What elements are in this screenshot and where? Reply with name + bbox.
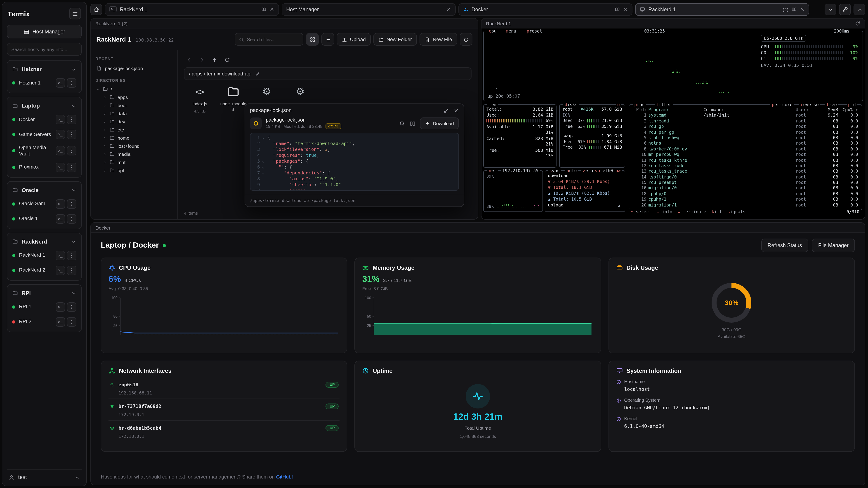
process-row[interactable]: 19cpuhp/1root0B0.0	[630, 197, 861, 202]
tabbar-expand-button[interactable]	[854, 3, 865, 15]
expand-icon[interactable]	[443, 107, 449, 113]
host-item[interactable]: Oracle Sam>_⋮	[9, 196, 79, 211]
host-item[interactable]: RackNerd 2>_⋮	[9, 263, 79, 278]
process-row[interactable]: 2kthreaddroot0B0.0	[630, 119, 861, 124]
refresh-status-button[interactable]: Refresh Status	[761, 238, 808, 252]
host-terminal-button[interactable]: >_	[56, 78, 65, 88]
process-row[interactable]: 13rcu_tasks_traceroot0B0.0	[630, 169, 861, 174]
tree-item[interactable]: ›data	[102, 109, 173, 118]
new-file-button[interactable]: New File	[420, 33, 457, 46]
host-item[interactable]: Open Media Vault>_⋮	[9, 142, 79, 160]
recent-item[interactable]: package-lock.json	[95, 63, 173, 75]
host-search-input[interactable]	[7, 43, 82, 56]
tab-docker[interactable]: Docker	[458, 3, 632, 15]
host-item[interactable]: Oracle 1>_⋮	[9, 211, 79, 226]
host-menu-button[interactable]: ⋮	[67, 265, 76, 275]
process-row[interactable]: 8kworker/0:0H-evroot0B0.0	[630, 146, 861, 152]
host-terminal-button[interactable]: >_	[56, 302, 65, 312]
host-menu-button[interactable]: ⋮	[67, 130, 76, 139]
host-group-header[interactable]: RPI	[9, 287, 79, 299]
tabbar-tools-button[interactable]	[839, 3, 851, 15]
host-group-header[interactable]: Laptop	[9, 99, 79, 112]
host-terminal-button[interactable]: >_	[56, 214, 65, 223]
refresh-files-button[interactable]	[460, 33, 472, 46]
preview-view-icon[interactable]	[410, 119, 416, 127]
list-view-button[interactable]	[321, 33, 334, 46]
host-terminal-button[interactable]: >_	[56, 251, 65, 260]
terminal-sync-button[interactable]	[855, 20, 860, 27]
tab-split-button[interactable]	[615, 7, 620, 12]
tree-item[interactable]: ›dev	[102, 118, 173, 126]
process-row[interactable]: 6netnsroot0B0.0	[630, 141, 861, 147]
process-row[interactable]: 16migration/0root0B0.0	[630, 186, 861, 191]
terminal-screen[interactable]: cpu menu preset 03:31:25 2000ms E5-2680 …	[482, 29, 865, 219]
host-menu-button[interactable]: ⋮	[67, 162, 76, 172]
github-link[interactable]: GitHub!	[276, 474, 293, 480]
process-row[interactable]: 3rcu_gproot0B0.0	[630, 124, 861, 129]
process-row[interactable]: 12rcu_tasks_rude_root0B0.0	[630, 163, 861, 169]
tree-item[interactable]: ›home	[102, 134, 173, 142]
process-row[interactable]: 15rcu_preemptroot0B0.0	[630, 180, 861, 186]
process-row[interactable]: 14ksoftirqd/0root0B0.0	[630, 174, 861, 180]
grid-view-button[interactable]	[306, 33, 319, 46]
user-menu[interactable]: test	[7, 469, 82, 481]
tree-item[interactable]: ›etc	[102, 126, 173, 134]
host-terminal-button[interactable]: >_	[56, 265, 65, 275]
file-item[interactable]: node_modules	[220, 85, 246, 113]
tree-item[interactable]: ›boot	[102, 101, 173, 109]
host-terminal-button[interactable]: >_	[56, 146, 65, 156]
sidebar-menu-button[interactable]	[69, 8, 81, 20]
tabbar-collapse-button[interactable]	[825, 3, 836, 15]
host-terminal-button[interactable]: >_	[56, 317, 65, 326]
file-search-input[interactable]	[247, 37, 299, 42]
tab-racknerd-1[interactable]: >_RackNerd 1	[105, 3, 279, 15]
tab-host-manager[interactable]: Host Manager	[282, 3, 456, 15]
tree-item[interactable]: ›lost+found	[102, 142, 173, 150]
file-manager-open-button[interactable]: File Manager	[812, 238, 855, 252]
host-menu-button[interactable]: ⋮	[67, 251, 76, 260]
tab-racknerd-1[interactable]: RackNerd 1(2)	[635, 3, 809, 15]
tree-root[interactable]: ⌄/	[95, 85, 173, 93]
host-group-header[interactable]: RackNerd	[9, 235, 79, 248]
edit-path-icon[interactable]	[255, 71, 260, 76]
tab-split-button[interactable]	[792, 7, 797, 12]
host-terminal-button[interactable]: >_	[56, 162, 65, 172]
host-item[interactable]: RackNerd 1>_⋮	[9, 248, 79, 263]
nav-refresh-button[interactable]	[222, 55, 232, 65]
process-row[interactable]: 18cpuhp/0root0B0.0	[630, 191, 861, 197]
tree-item[interactable]: ›media	[102, 150, 173, 158]
host-terminal-button[interactable]: >_	[56, 199, 65, 208]
process-row[interactable]: 20migration/1root0B0.0	[630, 202, 861, 207]
home-button[interactable]	[90, 3, 102, 15]
nav-back-button[interactable]	[184, 55, 194, 65]
nav-forward-button[interactable]	[197, 55, 207, 65]
process-row[interactable]: 10mm_percpu_wqroot0B0.0	[630, 152, 861, 158]
host-menu-button[interactable]: ⋮	[67, 317, 76, 326]
host-group-header[interactable]: Hetzner	[9, 63, 79, 75]
nav-up-button[interactable]	[209, 55, 219, 65]
host-item[interactable]: Hetzner 1>_⋮	[9, 75, 79, 90]
process-row[interactable]: 5slub_flushwqroot0B0.0	[630, 135, 861, 141]
host-item[interactable]: Game Servers>_⋮	[9, 127, 79, 142]
tree-item[interactable]: ›mnt	[102, 158, 173, 166]
host-menu-button[interactable]: ⋮	[67, 302, 76, 312]
upload-button[interactable]: Upload	[337, 33, 371, 46]
code-preview[interactable]: 1⌄{2 "name": "termix-download-api",3 "lo…	[250, 133, 459, 191]
new-folder-button[interactable]: New Folder	[373, 33, 417, 46]
file-item[interactable]: <>index.js4.3 KB	[187, 85, 213, 113]
tab-split-button[interactable]	[261, 7, 266, 12]
host-item[interactable]: RPI 2>_⋮	[9, 314, 79, 329]
host-menu-button[interactable]: ⋮	[67, 115, 76, 124]
host-menu-button[interactable]: ⋮	[67, 146, 76, 156]
host-menu-button[interactable]: ⋮	[67, 214, 76, 223]
host-menu-button[interactable]: ⋮	[67, 199, 76, 208]
host-terminal-button[interactable]: >_	[56, 115, 65, 124]
breadcrumb[interactable]: / apps / termix-download-api	[184, 67, 471, 80]
process-row[interactable]: 4rcu_par_gproot0B0.0	[630, 129, 861, 135]
host-menu-button[interactable]: ⋮	[67, 78, 76, 88]
chevron-up-icon[interactable]	[74, 474, 80, 480]
tab-close-button[interactable]	[623, 7, 628, 12]
tab-close-button[interactable]	[800, 7, 805, 12]
tree-item[interactable]: ›opt	[102, 166, 173, 174]
process-row[interactable]: 11rcu_tasks_kthreroot0B0.0	[630, 158, 861, 163]
